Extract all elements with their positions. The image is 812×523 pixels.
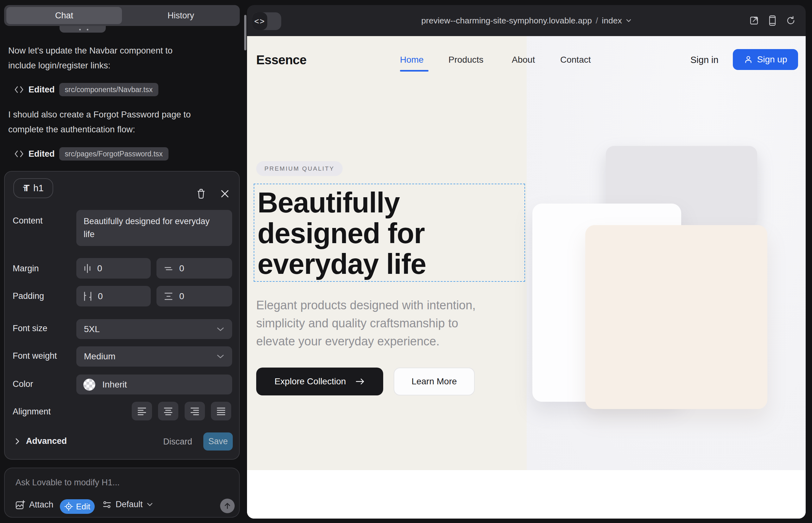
chevron-down-icon xyxy=(626,19,632,22)
color-select[interactable]: Inherit xyxy=(76,375,232,395)
font-weight-value: Medium xyxy=(84,351,116,362)
nav-link-about[interactable]: About xyxy=(512,55,535,65)
edit-mode-button[interactable]: Edit xyxy=(60,499,95,514)
chevron-down-icon xyxy=(147,502,153,507)
refresh-icon[interactable] xyxy=(786,16,796,25)
url-bar[interactable]: preview--charming-site-symphony.lovable.… xyxy=(247,5,806,36)
chat-message-line: I should also create a Forgot Password p… xyxy=(8,107,191,122)
sign-up-button[interactable]: Sign up xyxy=(733,49,798,70)
app-window: Chat History Now let's update the Navbar… xyxy=(0,0,812,523)
save-label: Save xyxy=(208,437,228,446)
browser-actions xyxy=(749,5,796,36)
font-size-label: Font size xyxy=(13,324,48,333)
align-center-icon xyxy=(163,407,173,416)
align-center-button[interactable] xyxy=(158,402,178,420)
padding-x-input[interactable]: 0 xyxy=(76,286,151,306)
site-logo[interactable]: Essence xyxy=(256,53,306,67)
hero-heading-line: Beautifully xyxy=(258,187,426,218)
advanced-label: Advanced xyxy=(26,436,67,446)
margin-y-input[interactable]: 0 xyxy=(156,258,232,278)
url-separator: / xyxy=(596,16,598,26)
dot xyxy=(87,29,88,30)
content-value: Beautifully designed for everyday life xyxy=(84,215,217,241)
advanced-toggle[interactable]: Advanced xyxy=(15,436,67,446)
prompt-input[interactable]: Ask Lovable to modify H1... xyxy=(16,478,120,488)
save-button[interactable]: Save xyxy=(203,432,233,451)
discard-button[interactable]: Discard xyxy=(159,437,197,447)
margin-horizontal-icon xyxy=(83,263,91,274)
hero-heading-line: designed for xyxy=(258,218,426,249)
padding-y-input[interactable]: 0 xyxy=(156,286,232,306)
code-icon xyxy=(14,86,24,94)
url-text: preview--charming-site-symphony.lovable.… xyxy=(421,16,592,26)
edited-file-row[interactable]: Edited src/pages/ForgotPassword.tsx xyxy=(14,147,169,161)
sign-in-link[interactable]: Sign in xyxy=(690,55,719,65)
font-weight-select[interactable]: Medium xyxy=(76,346,232,366)
edited-file-chip[interactable]: src/components/Navbar.tsx xyxy=(59,83,158,96)
tab-chat-label: Chat xyxy=(55,11,73,21)
prompt-composer: Ask Lovable to modify H1... Attach Edit xyxy=(4,468,240,518)
chat-message: I should also create a Forgot Password p… xyxy=(8,107,191,137)
mode-selector[interactable]: Default xyxy=(102,500,153,509)
margin-y-value: 0 xyxy=(179,264,184,273)
padding-x-value: 0 xyxy=(98,291,103,301)
next-section-background xyxy=(247,470,806,519)
send-button[interactable] xyxy=(220,499,235,513)
color-value: Inherit xyxy=(102,380,127,390)
preview-page: Essence Home Products About Contact Sign… xyxy=(247,36,806,519)
chat-history-tabbar: Chat History xyxy=(4,5,240,26)
align-left-icon xyxy=(137,407,147,416)
learn-more-button[interactable]: Learn More xyxy=(394,367,475,395)
attach-button[interactable]: Attach xyxy=(15,500,54,510)
margin-x-input[interactable]: 0 xyxy=(76,258,151,278)
font-size-select[interactable]: 5XL xyxy=(76,319,232,339)
chat-scrollbar[interactable] xyxy=(244,15,246,50)
edited-label: Edited xyxy=(29,85,55,95)
align-right-icon xyxy=(190,407,199,416)
hero-heading-line: everyday life xyxy=(258,249,426,279)
explore-collection-label: Explore Collection xyxy=(275,376,346,386)
nav-link-products[interactable]: Products xyxy=(448,55,483,65)
edited-file-row[interactable]: Edited src/components/Navbar.tsx xyxy=(14,83,158,96)
nav-link-home[interactable]: Home xyxy=(400,55,424,65)
align-left-button[interactable] xyxy=(132,402,152,420)
chat-message-line: include login/register links: xyxy=(8,58,173,73)
margin-vertical-icon xyxy=(163,264,174,273)
explore-collection-button[interactable]: Explore Collection xyxy=(256,367,383,395)
tab-chat[interactable]: Chat xyxy=(6,7,122,24)
open-external-icon[interactable] xyxy=(749,16,759,25)
tab-history[interactable]: History xyxy=(122,5,240,26)
hero-heading[interactable]: Beautifully designed for everyday life xyxy=(258,187,426,279)
padding-vertical-icon xyxy=(163,291,174,301)
clipped-chip xyxy=(59,26,106,33)
mode-label: Default xyxy=(116,500,143,509)
tab-history-label: History xyxy=(167,11,194,21)
preview-browser-window: <> preview--charming-site-symphony.lovab… xyxy=(247,5,806,519)
close-panel-button[interactable] xyxy=(219,187,231,200)
chevron-down-icon xyxy=(216,354,225,359)
mobile-view-icon[interactable] xyxy=(768,15,777,26)
delete-element-button[interactable] xyxy=(195,187,208,201)
tag-name: h1 xyxy=(33,183,43,194)
nav-active-underline xyxy=(400,70,428,72)
align-justify-button[interactable] xyxy=(211,402,231,420)
dot xyxy=(79,29,81,30)
decor-card-beige xyxy=(585,225,767,409)
hero-paragraph-line: simplicity and quality craftsmanship to xyxy=(256,314,476,332)
padding-y-value: 0 xyxy=(179,291,184,301)
code-icon xyxy=(14,150,24,158)
margin-label: Margin xyxy=(13,264,39,273)
align-right-button[interactable] xyxy=(184,402,205,420)
target-icon xyxy=(64,502,73,511)
edit-label: Edit xyxy=(76,502,90,511)
edited-file-chip[interactable]: src/pages/ForgotPassword.tsx xyxy=(59,147,169,161)
attach-image-icon xyxy=(15,500,25,510)
edited-label: Edited xyxy=(29,149,55,159)
margin-x-value: 0 xyxy=(97,264,102,273)
chat-message: Now let's update the Navbar component to… xyxy=(8,43,173,73)
font-size-value: 5XL xyxy=(84,324,100,334)
alignment-label: Alignment xyxy=(13,407,51,417)
learn-more-label: Learn More xyxy=(411,376,457,386)
nav-link-contact[interactable]: Contact xyxy=(560,55,591,65)
content-input[interactable]: Beautifully designed for everyday life xyxy=(76,210,232,246)
